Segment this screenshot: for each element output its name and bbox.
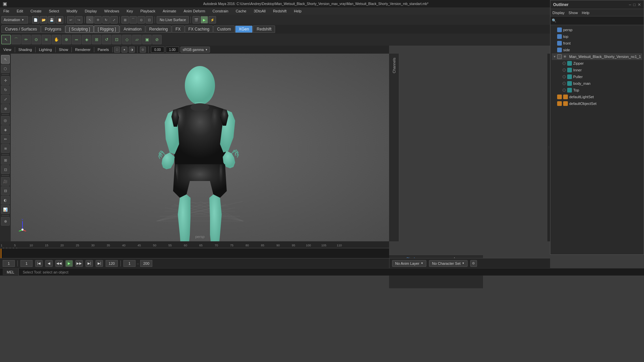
show-menu[interactable]: Show bbox=[57, 47, 70, 53]
outliner-item-zipper[interactable]: Zipper bbox=[552, 60, 642, 67]
new-scene-button[interactable]: 📄 bbox=[32, 16, 39, 23]
extra-tools[interactable]: ⊕ bbox=[1, 217, 10, 226]
tab-rigging[interactable]: [ Rigging ] bbox=[94, 25, 119, 33]
snap-curve-button[interactable]: ⌒ bbox=[129, 16, 137, 23]
go-to-end-button[interactable]: ▶| bbox=[96, 260, 103, 267]
shelf-relax[interactable]: ≋ bbox=[42, 35, 51, 44]
panels-menu[interactable]: Panels bbox=[96, 47, 111, 53]
menu-animate[interactable]: Animate bbox=[161, 8, 177, 14]
right-panel-resize-handle[interactable]: ⋮ bbox=[547, 54, 550, 241]
go-to-start-button[interactable]: |◀ bbox=[35, 260, 43, 267]
tab-fx[interactable]: FX bbox=[172, 25, 184, 33]
anim-layer-selector[interactable]: No Anim Layer ▼ bbox=[392, 260, 426, 267]
save-as-button[interactable]: 📋 bbox=[56, 16, 63, 23]
soft-mod-tool[interactable]: ◎ bbox=[1, 116, 10, 125]
menu-windows[interactable]: Windows bbox=[103, 8, 121, 14]
outliner-item-body-man[interactable]: body_man bbox=[552, 80, 642, 87]
live-surface-button[interactable]: No Live Surface bbox=[157, 16, 189, 23]
menu-playback[interactable]: Playback bbox=[139, 8, 157, 14]
paint-tool[interactable]: ✏ bbox=[1, 135, 10, 143]
isolate-button[interactable]: ⊙ bbox=[140, 47, 146, 53]
outliner-item-side[interactable]: side bbox=[552, 47, 642, 53]
menu-redshift[interactable]: Redshift bbox=[272, 8, 288, 14]
shelf-knife[interactable]: ⊘ bbox=[152, 35, 162, 44]
exposure-input[interactable] bbox=[151, 47, 164, 53]
smooth-button[interactable]: ● bbox=[121, 47, 127, 53]
camera-tools[interactable]: 🎥 bbox=[1, 177, 10, 186]
shelf-pinch[interactable]: ⊕ bbox=[62, 35, 71, 44]
sculpt-tool[interactable]: ◈ bbox=[1, 125, 10, 134]
play-button[interactable]: ▶ bbox=[65, 260, 73, 267]
menu-key[interactable]: Key bbox=[125, 8, 134, 14]
shelf-wax[interactable]: ◇ bbox=[122, 35, 131, 44]
move-tool[interactable]: ✛ bbox=[1, 76, 10, 85]
scale-tool[interactable]: ⤢ bbox=[1, 95, 10, 104]
outliner-item-default-object-set[interactable]: defaultObjectSet bbox=[552, 100, 642, 107]
rotate-tool-button[interactable]: ↻ bbox=[102, 16, 110, 23]
smooth-shade-button[interactable]: ◑ bbox=[129, 47, 135, 53]
outliner-close[interactable]: ✕ bbox=[638, 2, 641, 7]
mel-tab[interactable]: MEL bbox=[3, 268, 19, 276]
outliner-item-default-light-set[interactable]: defaultLightSet bbox=[552, 94, 642, 100]
rotate-tool[interactable]: ↻ bbox=[1, 85, 10, 94]
redo-button[interactable]: ↪ bbox=[75, 16, 83, 23]
shading-menu[interactable]: Shading bbox=[16, 47, 34, 53]
outliner-help-menu[interactable]: Help bbox=[582, 11, 590, 15]
anim-start-input[interactable] bbox=[123, 260, 136, 267]
open-scene-button[interactable]: 📂 bbox=[40, 16, 47, 23]
tab-rendering[interactable]: Rendering bbox=[146, 25, 171, 33]
quick-layout[interactable]: ⊟ bbox=[1, 186, 10, 195]
undo-button[interactable]: ↩ bbox=[67, 16, 74, 23]
universal-manip[interactable]: ⊕ bbox=[1, 104, 10, 113]
anim-end-input[interactable] bbox=[140, 260, 152, 267]
step-back-button[interactable]: ◀ bbox=[45, 260, 53, 267]
character-set-selector[interactable]: No Character Set ▼ bbox=[429, 260, 468, 267]
outliner-item-inner[interactable]: Inner bbox=[552, 67, 642, 73]
play-back-button[interactable]: ◀◀ bbox=[55, 260, 63, 267]
paint-select-tool[interactable]: ⬡ bbox=[1, 64, 10, 73]
shelf-paint[interactable]: ✏ bbox=[21, 35, 31, 44]
outliner-show-menu[interactable]: Show bbox=[569, 11, 578, 15]
outliner-item-top-mesh[interactable]: Top bbox=[552, 87, 642, 94]
range-end-input[interactable] bbox=[106, 260, 118, 267]
menu-select[interactable]: Select bbox=[48, 8, 61, 14]
view-menu[interactable]: View bbox=[1, 47, 13, 53]
shelf-spray[interactable]: ⊞ bbox=[92, 35, 101, 44]
outliner-maximize[interactable]: □ bbox=[633, 2, 636, 7]
menu-create[interactable]: Create bbox=[29, 8, 43, 14]
move-tool-button[interactable]: ✛ bbox=[94, 16, 102, 23]
menu-3dtoall[interactable]: 3DtoAll bbox=[252, 8, 267, 14]
outliner-item-puller[interactable]: Puller bbox=[552, 73, 642, 80]
snap-tools[interactable]: ⊡ bbox=[1, 165, 10, 174]
wireframe-button[interactable]: □ bbox=[114, 47, 120, 53]
menu-modify[interactable]: Modify bbox=[65, 8, 78, 14]
outliner-display-menu[interactable]: Display bbox=[552, 11, 565, 15]
show-manips[interactable]: ⊞ bbox=[1, 156, 10, 165]
tab-polygons[interactable]: Polygons bbox=[41, 25, 65, 33]
graph-editor[interactable]: 📊 bbox=[1, 205, 10, 214]
select-tool-button[interactable]: ↖ bbox=[86, 16, 94, 23]
render-button[interactable]: ▶ bbox=[201, 16, 208, 23]
outliner-minimize[interactable]: – bbox=[629, 2, 631, 7]
3d-viewport[interactable]: persp X Z Y bbox=[11, 54, 389, 241]
tab-xgen[interactable]: XGen bbox=[235, 25, 253, 33]
menu-edit[interactable]: Edit bbox=[15, 8, 24, 14]
play-forward-button[interactable]: ▶▶ bbox=[75, 260, 83, 267]
ribbon-tool[interactable]: ≋ bbox=[1, 144, 10, 153]
shelf-select[interactable]: ↖ bbox=[1, 35, 11, 44]
ipr-button[interactable]: ⚡ bbox=[209, 16, 216, 23]
scale-tool-button[interactable]: ⤢ bbox=[110, 16, 118, 23]
renderer-menu[interactable]: Renderer bbox=[73, 47, 93, 53]
gamma-input[interactable] bbox=[166, 47, 179, 53]
menu-cache[interactable]: Cache bbox=[234, 8, 248, 14]
anim-layer-settings-button[interactable]: ⚙ bbox=[470, 260, 477, 267]
menu-anim-deform[interactable]: Anim Deform bbox=[182, 8, 206, 14]
step-forward-button[interactable]: ▶| bbox=[86, 260, 93, 267]
shelf-sculpt[interactable]: ⊙ bbox=[32, 35, 41, 44]
shelf-lasso[interactable]: ⌒ bbox=[11, 35, 21, 44]
current-frame-input[interactable] bbox=[3, 260, 15, 267]
tab-redshift[interactable]: Redshift bbox=[253, 25, 275, 33]
shelf-repeat[interactable]: ↺ bbox=[102, 35, 111, 44]
timeline-track[interactable] bbox=[0, 249, 389, 258]
snap-surface-button[interactable]: ⊡ bbox=[146, 16, 153, 23]
